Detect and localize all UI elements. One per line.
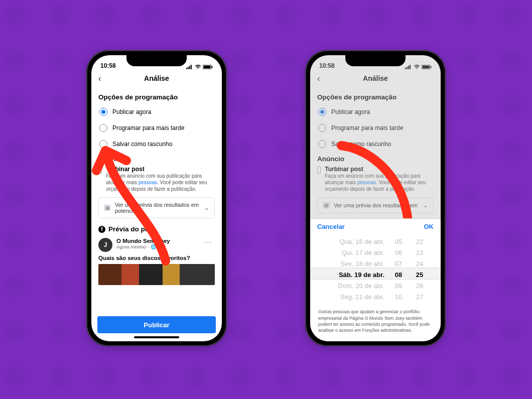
boost-description: Faça um anúncio com sua publicação para …: [325, 173, 434, 192]
wheel-date-row: Dom. 20 de abr.: [338, 281, 385, 292]
svg-rect-3: [191, 65, 192, 69]
wheel-date-row: Qui. 17 de abr.: [342, 247, 384, 258]
wheel-min-row: 27: [416, 292, 423, 303]
svg-rect-2: [189, 66, 190, 69]
post-preview-heading: f Prévia do post: [98, 225, 215, 233]
ad-heading: Anúncio: [317, 155, 434, 163]
option-schedule-later-label: Programar para mais tarde: [331, 124, 403, 131]
chart-icon: ▤: [104, 204, 111, 211]
header-title: Análise: [363, 74, 388, 82]
wifi-icon: [414, 65, 420, 69]
wheel-min-row: 26: [416, 281, 423, 292]
radio-selected-icon: [99, 108, 107, 116]
option-schedule-later[interactable]: Programar para mais tarde: [317, 120, 434, 136]
option-save-draft[interactable]: Salvar como rascunho: [317, 136, 434, 152]
option-publish-now[interactable]: Publicar agora: [317, 104, 434, 120]
boost-people-link[interactable]: pessoas: [139, 180, 157, 185]
chevron-down-icon: ⌄: [423, 202, 428, 209]
date-picker-sheet: Cancelar OK Qua. 16 de abr. Qui. 17 de a…: [310, 218, 441, 341]
chart-icon: ▤: [323, 202, 330, 209]
phone-notch: [345, 55, 406, 66]
picker-footnote: Outras pessoas que ajudam a gerenciar o …: [310, 305, 441, 341]
picker-ok-button[interactable]: OK: [424, 223, 434, 230]
date-time-wheel[interactable]: Qua. 16 de abr. Qui. 17 de abr. Sex. 18 …: [310, 234, 441, 305]
status-icons: [405, 65, 432, 69]
boost-people-link[interactable]: pessoas: [357, 180, 376, 185]
schedule-heading: Opções de programação: [98, 93, 215, 101]
post-time-label: Agora mesmo: [116, 244, 146, 249]
preview-label-line2: potencial: [115, 208, 137, 214]
svg-rect-8: [407, 67, 408, 69]
schedule-heading: Opções de programação: [317, 93, 434, 101]
radio-icon: [318, 124, 326, 132]
option-save-draft-label: Salvar como rascunho: [112, 141, 172, 148]
svg-rect-5: [204, 66, 211, 69]
radio-icon: [318, 140, 326, 148]
phone-right: 10:58 ‹ Análise Opções de programação: [305, 50, 446, 346]
status-time: 10:58: [100, 62, 116, 69]
screen-header: ‹ Análise: [310, 70, 441, 86]
picker-cancel-button[interactable]: Cancelar: [317, 223, 345, 230]
facebook-icon: f: [98, 226, 105, 233]
wheel-hour-row: 06: [395, 247, 402, 258]
status-time: 10:58: [319, 62, 335, 69]
back-button[interactable]: ‹: [98, 73, 101, 84]
wheel-min-row: 22: [416, 236, 423, 247]
boost-checkbox[interactable]: [98, 166, 102, 174]
option-schedule-later[interactable]: Programar para mais tarde: [98, 120, 215, 136]
battery-icon: [422, 65, 432, 69]
chevron-down-icon: ⌄: [204, 204, 209, 211]
wheel-hour-row: 05: [395, 236, 402, 247]
signal-icon: [186, 65, 193, 69]
signal-icon: [405, 65, 412, 69]
results-preview-card[interactable]: ▤ Ver uma prévia dos resultados em poten…: [98, 197, 215, 218]
boost-title: Turbinar post: [325, 166, 434, 173]
preview-label-line1: Ver uma prévia dos resultados em: [334, 202, 418, 208]
boost-checkbox[interactable]: [317, 166, 321, 174]
back-button[interactable]: ‹: [317, 73, 320, 84]
post-more-button[interactable]: ···: [204, 238, 215, 246]
option-publish-now-label: Publicar agora: [331, 108, 370, 115]
radio-icon: [99, 124, 107, 132]
ad-heading: Anúncio: [98, 155, 215, 163]
option-schedule-later-label: Programar para mais tarde: [112, 124, 184, 131]
wheel-hour-row: 11: [395, 303, 402, 305]
wheel-date-row: Qua. 16 de abr.: [339, 236, 384, 247]
svg-rect-12: [423, 66, 430, 69]
post-preview-heading-label: Prévia do post: [108, 225, 155, 233]
option-save-draft-label: Salvar como rascunho: [331, 141, 391, 148]
svg-rect-9: [408, 66, 409, 69]
boost-description: Faça um anúncio com sua publicação para …: [106, 173, 215, 192]
post-body-text: Quais são seus discos favoritos?: [98, 255, 215, 261]
wheel-hour-row: 09: [395, 281, 402, 292]
home-indicator: [134, 336, 179, 338]
results-preview-card[interactable]: ▤ Ver uma prévia dos resultados em ⌄: [317, 197, 434, 213]
svg-rect-0: [186, 68, 187, 69]
post-page-name: O Mundo Sem Joey: [116, 238, 170, 244]
wheel-date-row: Ter. 22 de abr.: [343, 303, 384, 305]
status-icons: [186, 65, 213, 69]
dot-separator: ·: [148, 244, 149, 249]
publish-button[interactable]: Publicar: [97, 316, 216, 333]
svg-rect-13: [431, 66, 432, 68]
post-image: [98, 264, 215, 285]
wifi-icon: [195, 65, 201, 69]
preview-label-line1: Ver uma prévia dos resultados em: [115, 202, 199, 208]
wheel-min-row: 23: [416, 247, 423, 258]
wheel-selection-band: [310, 268, 441, 280]
svg-rect-1: [188, 67, 189, 69]
wheel-min-row: 28: [416, 303, 423, 305]
wheel-date-row: Seg. 21 de abr.: [340, 292, 384, 303]
boost-title: Turbinar post: [106, 166, 215, 173]
svg-rect-10: [410, 65, 411, 69]
option-publish-now[interactable]: Publicar agora: [98, 104, 215, 120]
phone-notch: [126, 55, 187, 66]
header-title: Análise: [144, 74, 169, 82]
battery-icon: [203, 65, 213, 69]
screen-header: ‹ Análise: [91, 70, 222, 86]
svg-rect-6: [212, 66, 213, 68]
option-save-draft[interactable]: Salvar como rascunho: [98, 136, 215, 152]
radio-selected-icon: [318, 108, 326, 116]
avatar: J: [98, 238, 112, 252]
phone-left: 10:58 ‹ Análise Opções de programação Pu…: [86, 50, 227, 346]
